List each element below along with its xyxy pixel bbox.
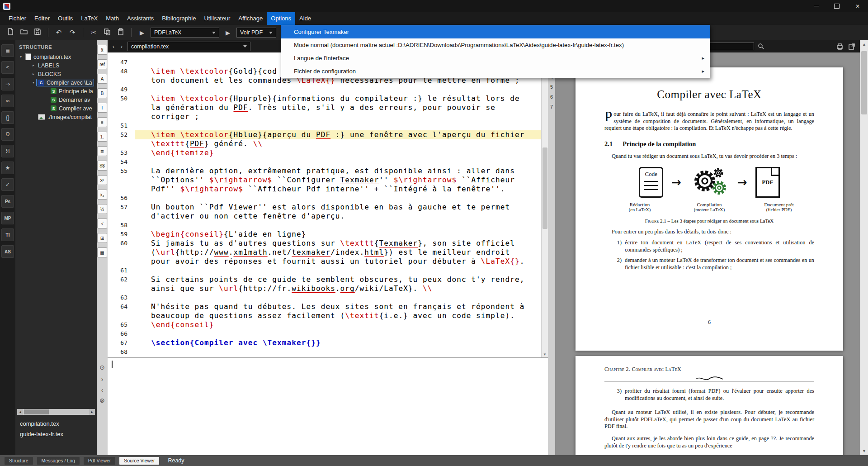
relation-symbols-tab[interactable]: ≤ (1, 61, 14, 74)
structure-tab[interactable]: ≣ (1, 44, 14, 57)
maximize-button[interactable] (826, 0, 847, 12)
options-menu-item-fichier-de-configuration[interactable]: Fichier de configuration▸ (281, 65, 710, 78)
compile-command-select[interactable]: PDFLaTeX (151, 28, 219, 38)
sqrt-button[interactable]: √ (97, 219, 107, 228)
next-document-button[interactable]: › (118, 42, 126, 51)
arrow-symbols-tab[interactable]: ⇒ (1, 78, 14, 90)
structure-tree-item[interactable]: SCompiler ave (15, 104, 97, 113)
tikz-tab[interactable]: TI (1, 228, 14, 241)
menubar-item-fichier[interactable]: Fichier (5, 12, 30, 25)
view-command-select[interactable]: Voir PDF (236, 28, 276, 38)
asymptote-tab[interactable]: AS (1, 245, 14, 258)
options-menu-item-langue-de-l-interface[interactable]: Langue de l'interface▸ (281, 52, 710, 65)
math-mode-button[interactable]: $$ (97, 161, 107, 171)
menubar-item-math[interactable]: Math (102, 12, 123, 25)
italic-button[interactable]: I (97, 103, 107, 113)
cut-button[interactable]: ✂ (88, 27, 99, 38)
messages-log-panel[interactable] (108, 357, 548, 455)
greek-letters-tab[interactable]: Ω (1, 128, 14, 141)
bold-button[interactable]: B (97, 88, 107, 98)
open-folder-button[interactable] (19, 27, 29, 38)
compile-run-button[interactable]: ▶ (137, 28, 147, 38)
ref-button[interactable]: ref (97, 59, 107, 69)
undo-button[interactable]: ↶ (53, 27, 64, 38)
scroll-right-icon[interactable]: ▸ (89, 410, 95, 414)
search-icon[interactable] (758, 43, 764, 50)
frac-button[interactable]: ½ (97, 204, 107, 214)
open-document-select[interactable]: compilation.tex (127, 42, 250, 51)
next-error-button[interactable]: › (98, 375, 107, 384)
redo-button[interactable]: ↷ (67, 27, 78, 38)
pstricks-tab[interactable]: Ps (1, 195, 14, 208)
menubar-item-affichage[interactable]: Affichage (234, 12, 267, 25)
cyrillic-letters-tab[interactable]: Я (1, 145, 14, 157)
tree-twisty-icon[interactable]: ▸ (31, 72, 36, 76)
options-menu-item-mode-normal-document-ma-tre-ac[interactable]: Mode normal (document maître actuel :D:\… (281, 38, 710, 52)
menubar-item-outils[interactable]: Outils (54, 12, 77, 25)
view-run-button[interactable]: ▶ (223, 28, 233, 38)
pdf-vertical-scrollbar[interactable]: ▲ ▼ (860, 40, 868, 455)
paste-button[interactable] (115, 27, 126, 38)
structure-tree-item[interactable]: ./Images/compilat (15, 113, 97, 121)
menubar-item-aide[interactable]: Aide (295, 12, 315, 25)
previous-error-button[interactable]: ‹ (98, 385, 107, 395)
structure-tree-item[interactable]: SDémarrer av (15, 95, 97, 104)
array-button[interactable]: ▦ (97, 247, 107, 257)
enumerate-button[interactable]: 1. (97, 132, 107, 142)
pdf-page-nav-item[interactable]: 6 (548, 92, 555, 102)
section-button[interactable]: § (97, 45, 107, 55)
tree-twisty-icon[interactable]: ▸ (31, 63, 36, 67)
show-log-button[interactable]: ⊙ (98, 363, 107, 372)
scrollbar-thumb[interactable] (861, 51, 867, 114)
itemize-button[interactable]: ≡ (97, 117, 107, 127)
structure-tree-item[interactable]: ▾CCompiler avec \La (15, 78, 97, 87)
delimiters-tab[interactable]: {} (1, 111, 14, 124)
structure-tree-item[interactable]: ▾compilation.tex (15, 52, 97, 61)
pdf-viewer-toggle-button[interactable]: Pdf Viewer (84, 457, 116, 465)
metapost-tab[interactable]: MP (1, 212, 14, 224)
save-button[interactable] (32, 27, 43, 38)
center-button[interactable]: ≣ (97, 146, 107, 156)
structure-tree-item[interactable]: ▸LABELS (15, 61, 97, 70)
open-file-item[interactable]: guide-latex-fr.tex (15, 429, 97, 439)
misc-math-symbols-tab[interactable]: ∞ (1, 95, 14, 107)
structure-horizontal-scrollbar[interactable]: ◂ ▸ (17, 409, 95, 415)
scrollbar-thumb[interactable] (542, 147, 547, 229)
structure-toggle-button[interactable]: Structure (5, 457, 33, 465)
menubar-item-options[interactable]: Options (267, 12, 295, 25)
source-viewer-toggle-button[interactable]: Source Viewer (119, 457, 159, 465)
pdf-page-nav-item[interactable]: 5 (548, 82, 555, 92)
scroll-down-icon[interactable]: ▼ (542, 352, 548, 357)
external-viewer-icon[interactable] (848, 43, 855, 50)
subscript-button[interactable]: x₂ (97, 190, 107, 200)
scroll-up-icon[interactable]: ▲ (860, 42, 868, 47)
open-file-item[interactable]: compilation.tex (15, 418, 97, 429)
matrix-button[interactable]: ⊞ (97, 233, 107, 243)
pdf-page-nav-item[interactable]: 7 (548, 102, 555, 112)
tree-twisty-icon[interactable]: ▾ (31, 81, 36, 85)
menubar-item-latex[interactable]: LaTeX (77, 12, 102, 25)
scrollbar-thumb[interactable] (24, 409, 49, 414)
minimize-button[interactable] (806, 0, 826, 12)
favourite-symbols-tab[interactable]: ✓ (1, 178, 14, 191)
messages-log-toggle-button[interactable]: Messages / Log (37, 457, 80, 465)
scrollbar-track[interactable] (23, 409, 89, 415)
menubar-item-utilisateur[interactable]: Utilisateur (200, 12, 234, 25)
structure-tree-item[interactable]: ▸BLOCKS (15, 70, 97, 78)
options-menu-item-configurer-texmaker[interactable]: Configurer Texmaker (281, 25, 710, 38)
structure-tree-item[interactable]: SPrincipe de la (15, 87, 97, 95)
underline-button[interactable]: A (97, 74, 107, 84)
pdf-pages-area[interactable]: Compiler avec LaTeX Pour faire du LaTeX,… (555, 52, 860, 455)
previous-document-button[interactable]: ‹ (109, 42, 118, 51)
menubar-item-editer[interactable]: Editer (30, 12, 54, 25)
stop-process-button[interactable]: ⊗ (98, 396, 107, 405)
close-button[interactable]: ✕ (847, 0, 868, 12)
print-icon[interactable] (836, 43, 844, 50)
tree-twisty-icon[interactable]: ▾ (18, 55, 24, 59)
editor-vertical-scrollbar[interactable]: ▲ ▼ (541, 52, 548, 357)
copy-button[interactable] (102, 27, 113, 38)
superscript-button[interactable]: x² (97, 175, 107, 185)
most-used-symbols-tab[interactable]: ★ (1, 162, 14, 174)
scroll-down-icon[interactable]: ▼ (860, 449, 868, 453)
scroll-left-icon[interactable]: ◂ (17, 410, 23, 414)
